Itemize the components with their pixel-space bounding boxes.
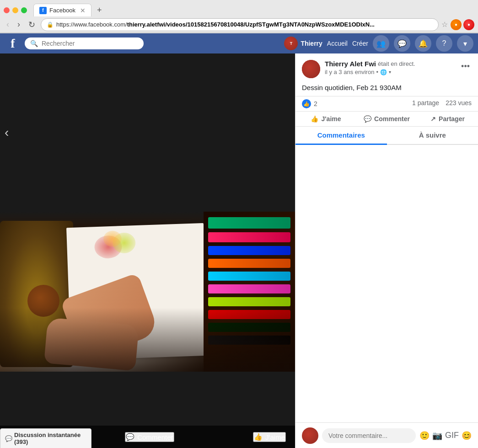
maximize-button[interactable] [21, 7, 27, 13]
back-button[interactable]: ‹ [4, 19, 12, 30]
stats-likes: 👍 2 [302, 99, 317, 108]
comment-action-button[interactable]: 💬 Commenter [356, 112, 417, 126]
globe-icon: 🌐 [380, 69, 387, 75]
home-nav-link[interactable]: Accueil [327, 40, 348, 47]
sidebar-panel: Thierry Alet Fwi était en direct. il y a… [295, 53, 478, 448]
shares-count[interactable]: 1 partage [412, 99, 439, 108]
facebook-logo[interactable]: f [5, 35, 21, 52]
video-bottom-area: ↗ Partager 💬 Commenter 👍 J'aime [0, 372, 295, 448]
poster-avatar [302, 60, 320, 78]
navigation-bar: ‹ › ↻ 🔒 https://www.facebook.com/thierry… [0, 16, 478, 33]
user-profile-link[interactable]: T Thierry [284, 37, 322, 50]
post-description: Dessin quotidien, Feb 21 930AM [295, 82, 478, 96]
search-box[interactable]: 🔍 [25, 37, 144, 49]
comment-icon: 💬 [126, 433, 134, 441]
video-comment-group: 💬 Commenter [125, 432, 174, 442]
post-header: Thierry Alet Fwi était en direct. il y a… [295, 53, 478, 82]
video-frame [0, 212, 295, 372]
share-action-icon: ↗ [430, 115, 436, 123]
minimize-button[interactable] [12, 7, 18, 13]
comments-area [295, 145, 478, 422]
address-bar[interactable]: 🔒 https://www.facebook.com/thierry.aletf… [41, 18, 439, 31]
comment-emoji-buttons: 🙂 📷 GIF 😊 [419, 431, 472, 441]
header-nav-right: T Thierry Accueil Créer 👥 💬 🔔 ? ▾ [284, 35, 473, 52]
painting-image [0, 212, 295, 372]
post-time: il y a 3 ans environ • 🌐 ▾ [325, 69, 455, 75]
help-icon[interactable]: ? [436, 35, 452, 52]
bookmark-button[interactable]: ☆ [441, 20, 448, 29]
address-text: https://www.facebook.com/thierry.aletfwi… [56, 21, 433, 28]
tab-label: Facebook [49, 7, 75, 14]
facebook-header: f 🔍 T Thierry Accueil Créer 👥 💬 🔔 ? ▾ [0, 33, 478, 53]
emoji-camera-button[interactable]: 📷 [432, 431, 442, 441]
poster-name[interactable]: Thierry Alet Fwi [325, 60, 376, 68]
lock-icon: 🔒 [47, 21, 54, 28]
close-button[interactable] [4, 7, 10, 13]
messenger-icon[interactable]: 💬 [394, 35, 410, 52]
video-comment-button[interactable]: 💬 Commenter [125, 432, 174, 442]
video-prev-button[interactable]: ‹ [5, 125, 9, 140]
refresh-button[interactable]: ↻ [26, 19, 38, 31]
new-tab-button[interactable]: + [93, 5, 106, 15]
extension-icon-1[interactable]: ● [451, 19, 462, 30]
active-tab[interactable]: f Facebook ✕ [33, 4, 91, 16]
create-nav-link[interactable]: Créer [352, 40, 368, 47]
tab-close-button[interactable]: ✕ [80, 7, 86, 14]
video-panel: ‹ [0, 53, 295, 448]
search-input[interactable] [42, 40, 138, 47]
discussion-bar[interactable]: 💬 Discussion instantanée (393) [0, 428, 91, 448]
emoji-smiley-button[interactable]: 🙂 [419, 431, 430, 441]
user-avatar: T [284, 37, 298, 50]
post-meta: Thierry Alet Fwi était en direct. il y a… [325, 60, 455, 75]
main-content: ‹ [0, 53, 478, 448]
like-icon: 👍 [254, 433, 263, 441]
notifications-icon[interactable]: 🔔 [415, 35, 431, 52]
post-status: était en direct. [378, 60, 415, 67]
post-options-button[interactable]: ••• [459, 60, 472, 73]
like-count-icon: 👍 [302, 99, 311, 108]
facebook-tab-icon: f [39, 7, 47, 14]
extension-icons: ● ● [451, 19, 474, 30]
account-menu-icon[interactable]: ▾ [457, 35, 473, 52]
emoji-gif-button[interactable]: GIF [445, 431, 459, 441]
like-action-button[interactable]: 👍 J'aime [295, 112, 356, 126]
comment-action-icon: 💬 [364, 115, 371, 123]
search-icon: 🔍 [30, 40, 38, 47]
tab-bar: f Facebook ✕ + [0, 0, 478, 16]
privacy-dropdown-arrow: ▾ [389, 69, 391, 75]
user-name: Thierry [301, 40, 322, 47]
share-action-button[interactable]: ↗ Partager [417, 112, 478, 126]
tabs-bar: Commentaires À suivre [295, 127, 478, 145]
comment-input-area: 🙂 📷 GIF 😊 [295, 422, 478, 448]
tab-comments[interactable]: Commentaires [295, 127, 387, 145]
window-controls [4, 7, 27, 13]
video-like-group: 👍 J'aime [253, 432, 286, 442]
forward-button[interactable]: › [15, 19, 23, 30]
commenter-avatar [302, 427, 318, 444]
like-action-icon: 👍 [311, 115, 318, 123]
discussion-icon: 💬 [5, 435, 12, 442]
post-stats: 👍 2 1 partage 223 vues [295, 96, 478, 112]
comment-input[interactable] [322, 428, 416, 443]
views-count: 223 vues [446, 99, 472, 108]
tab-follow[interactable]: À suivre [387, 127, 478, 144]
video-like-button[interactable]: 👍 J'aime [253, 432, 286, 442]
stats-shares-views: 1 partage 223 vues [412, 99, 472, 108]
action-bar: 👍 J'aime 💬 Commenter ↗ Partager [295, 112, 478, 127]
emoji-sticker-button[interactable]: 😊 [462, 431, 472, 441]
friends-icon[interactable]: 👥 [373, 35, 389, 52]
video-top-area: ‹ [0, 53, 295, 212]
extension-icon-2[interactable]: ● [463, 19, 474, 30]
